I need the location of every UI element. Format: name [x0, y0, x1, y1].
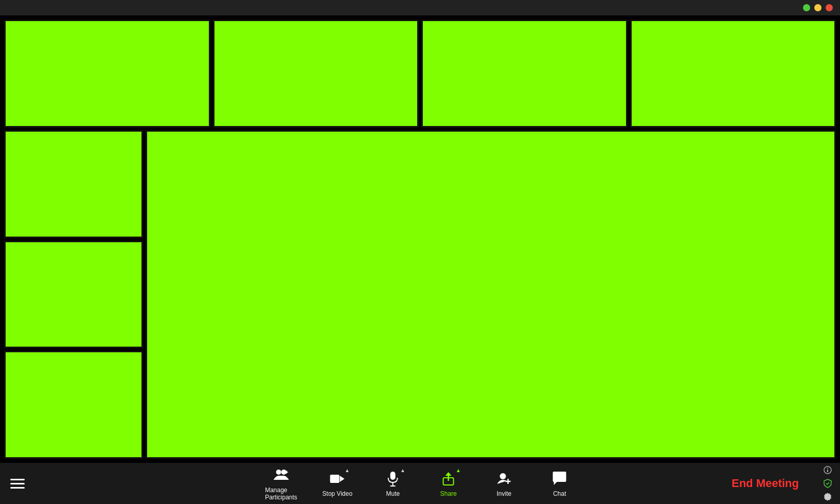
video-tile-left-2: [4, 241, 143, 349]
titlebar: [0, 0, 840, 15]
video-tile-main: [146, 130, 836, 459]
toolbar: ManageParticipants ▲ Stop Video: [0, 463, 840, 504]
video-tile-left-1: [4, 130, 143, 238]
chat-button[interactable]: Chat: [544, 470, 575, 497]
share-button[interactable]: ▲ Share: [433, 470, 464, 497]
top-row: [4, 20, 836, 128]
toolbar-center: ManageParticipants ▲ Stop Video: [265, 466, 575, 501]
video-tile-top-1: [4, 20, 210, 128]
mute-label: Mute: [386, 490, 400, 497]
svg-rect-4: [330, 475, 339, 483]
invite-button[interactable]: Invite: [489, 470, 520, 497]
video-area: [0, 15, 840, 463]
manage-participants-icon: [272, 466, 290, 484]
traffic-light-yellow[interactable]: [814, 4, 821, 11]
shield-icon[interactable]: [823, 478, 833, 489]
chat-icon: [550, 470, 569, 488]
svg-point-12: [500, 473, 506, 479]
traffic-light-green[interactable]: [803, 4, 810, 11]
video-tile-top-4: [630, 20, 836, 128]
mute-button[interactable]: ▲ Mute: [378, 470, 408, 497]
share-caret: ▲: [456, 467, 461, 473]
svg-rect-6: [390, 472, 396, 480]
svg-marker-11: [445, 472, 452, 476]
stop-video-icon: ▲: [328, 470, 347, 488]
left-column: [4, 130, 143, 459]
info-icon[interactable]: [823, 465, 833, 475]
stop-video-label: Stop Video: [323, 490, 353, 497]
manage-participants-label: ManageParticipants: [265, 487, 297, 501]
traffic-light-red[interactable]: [826, 4, 833, 11]
chat-label: Chat: [553, 490, 566, 497]
svg-point-17: [827, 468, 828, 469]
end-meeting-button[interactable]: End Meeting: [731, 477, 799, 490]
gear-icon[interactable]: [823, 492, 833, 502]
svg-marker-5: [340, 476, 345, 482]
manage-participants-button[interactable]: ManageParticipants: [265, 466, 297, 501]
invite-label: Invite: [497, 490, 512, 497]
mute-caret: ▲: [400, 467, 405, 473]
invite-icon: [495, 470, 513, 488]
share-label: Share: [440, 490, 457, 497]
video-tile-top-3: [421, 20, 628, 128]
stop-video-button[interactable]: ▲ Stop Video: [322, 470, 353, 497]
video-tile-top-2: [213, 20, 419, 128]
svg-point-0: [276, 470, 281, 475]
menu-button[interactable]: [10, 479, 25, 489]
stop-video-caret: ▲: [345, 467, 350, 473]
share-icon: ▲: [439, 470, 458, 488]
video-tile-left-3: [4, 351, 143, 459]
toolbar-right-icons: [823, 465, 833, 502]
mute-icon: ▲: [384, 470, 402, 488]
bottom-section: [4, 130, 836, 459]
